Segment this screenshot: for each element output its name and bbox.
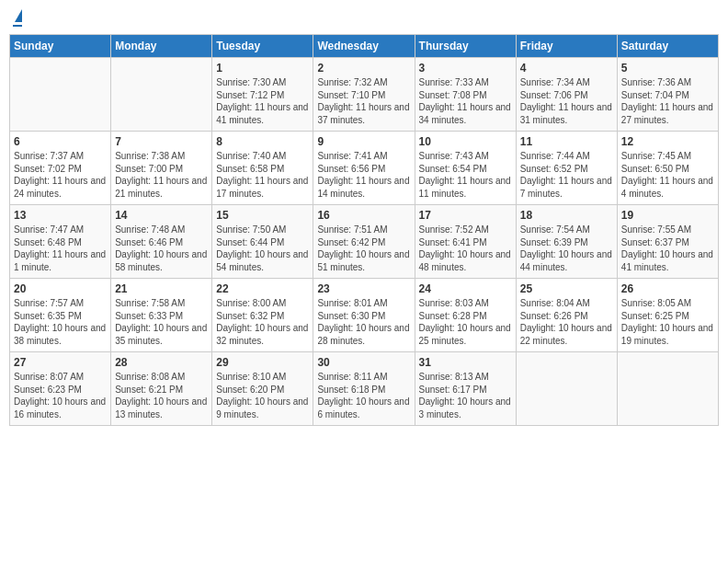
weekday-header: Monday [111,35,212,58]
calendar-cell: 24Sunrise: 8:03 AM Sunset: 6:28 PM Dayli… [415,279,516,352]
day-info: Sunrise: 7:58 AM Sunset: 6:33 PM Dayligh… [115,297,208,347]
calendar-cell: 29Sunrise: 8:10 AM Sunset: 6:20 PM Dayli… [212,352,313,426]
calendar-cell: 23Sunrise: 8:01 AM Sunset: 6:30 PM Dayli… [313,279,415,352]
day-info: Sunrise: 7:51 AM Sunset: 6:42 PM Dayligh… [317,224,410,273]
calendar-cell [617,352,718,426]
day-number: 14 [115,209,208,222]
day-info: Sunrise: 7:55 AM Sunset: 6:37 PM Dayligh… [621,224,714,273]
day-info: Sunrise: 7:47 AM Sunset: 6:48 PM Dayligh… [14,224,107,273]
calendar-cell: 21Sunrise: 7:58 AM Sunset: 6:33 PM Dayli… [111,279,212,352]
calendar-cell: 14Sunrise: 7:48 AM Sunset: 6:46 PM Dayli… [111,205,212,279]
day-number: 25 [520,282,613,295]
day-info: Sunrise: 7:37 AM Sunset: 7:02 PM Dayligh… [14,150,107,200]
day-info: Sunrise: 7:45 AM Sunset: 6:50 PM Dayligh… [621,150,714,200]
calendar-cell [111,58,212,132]
day-number: 17 [419,209,512,222]
day-info: Sunrise: 7:43 AM Sunset: 6:54 PM Dayligh… [419,150,512,200]
logo-triangle-icon [15,9,22,22]
calendar-week-row: 20Sunrise: 7:57 AM Sunset: 6:35 PM Dayli… [10,279,719,352]
day-number: 7 [115,135,208,148]
day-info: Sunrise: 7:30 AM Sunset: 7:12 PM Dayligh… [216,76,309,126]
day-number: 26 [621,282,714,295]
calendar-cell: 7Sunrise: 7:38 AM Sunset: 7:00 PM Daylig… [111,132,212,205]
day-info: Sunrise: 7:38 AM Sunset: 7:00 PM Dayligh… [115,150,208,200]
calendar-cell: 22Sunrise: 8:00 AM Sunset: 6:32 PM Dayli… [212,279,313,352]
day-info: Sunrise: 7:44 AM Sunset: 6:52 PM Dayligh… [520,150,613,200]
day-info: Sunrise: 8:00 AM Sunset: 6:32 PM Dayligh… [216,297,309,347]
day-info: Sunrise: 7:57 AM Sunset: 6:35 PM Dayligh… [14,297,107,347]
calendar-cell: 19Sunrise: 7:55 AM Sunset: 6:37 PM Dayli… [617,205,718,279]
day-number: 2 [317,62,410,75]
calendar-cell: 25Sunrise: 8:04 AM Sunset: 6:26 PM Dayli… [516,279,617,352]
day-number: 11 [520,135,613,148]
day-info: Sunrise: 8:10 AM Sunset: 6:20 PM Dayligh… [216,371,309,420]
day-info: Sunrise: 7:50 AM Sunset: 6:44 PM Dayligh… [216,224,309,273]
day-info: Sunrise: 7:34 AM Sunset: 7:06 PM Dayligh… [520,76,613,126]
calendar-cell: 16Sunrise: 7:51 AM Sunset: 6:42 PM Dayli… [313,205,415,279]
day-number: 3 [419,62,512,75]
weekday-header: Friday [516,35,617,58]
calendar-week-row: 1Sunrise: 7:30 AM Sunset: 7:12 PM Daylig… [10,58,719,132]
calendar-cell: 11Sunrise: 7:44 AM Sunset: 6:52 PM Dayli… [516,132,617,205]
day-info: Sunrise: 8:04 AM Sunset: 6:26 PM Dayligh… [520,297,613,347]
day-info: Sunrise: 7:52 AM Sunset: 6:41 PM Dayligh… [419,224,512,273]
day-number: 30 [317,356,410,369]
day-info: Sunrise: 8:13 AM Sunset: 6:17 PM Dayligh… [419,371,512,420]
day-number: 9 [317,135,410,148]
day-number: 19 [621,209,714,222]
day-number: 21 [115,282,208,295]
calendar-cell: 1Sunrise: 7:30 AM Sunset: 7:12 PM Daylig… [212,58,313,132]
day-number: 8 [216,135,309,148]
calendar-cell: 26Sunrise: 8:05 AM Sunset: 6:25 PM Dayli… [617,279,718,352]
day-number: 24 [419,282,512,295]
day-number: 18 [520,209,613,222]
day-info: Sunrise: 8:08 AM Sunset: 6:21 PM Dayligh… [115,371,208,420]
day-info: Sunrise: 8:11 AM Sunset: 6:18 PM Dayligh… [317,371,410,420]
calendar-cell: 18Sunrise: 7:54 AM Sunset: 6:39 PM Dayli… [516,205,617,279]
page-header [9,9,719,27]
calendar-cell: 10Sunrise: 7:43 AM Sunset: 6:54 PM Dayli… [415,132,516,205]
calendar-cell: 28Sunrise: 8:08 AM Sunset: 6:21 PM Dayli… [111,352,212,426]
day-number: 15 [216,209,309,222]
calendar-week-row: 13Sunrise: 7:47 AM Sunset: 6:48 PM Dayli… [10,205,719,279]
day-info: Sunrise: 8:07 AM Sunset: 6:23 PM Dayligh… [14,371,107,420]
logo [13,9,22,27]
calendar-cell: 31Sunrise: 8:13 AM Sunset: 6:17 PM Dayli… [415,352,516,426]
calendar-cell: 3Sunrise: 7:33 AM Sunset: 7:08 PM Daylig… [415,58,516,132]
day-info: Sunrise: 7:41 AM Sunset: 6:56 PM Dayligh… [317,150,410,200]
calendar-cell: 4Sunrise: 7:34 AM Sunset: 7:06 PM Daylig… [516,58,617,132]
day-info: Sunrise: 7:33 AM Sunset: 7:08 PM Dayligh… [419,76,512,126]
calendar-header-row: SundayMondayTuesdayWednesdayThursdayFrid… [10,35,719,58]
day-number: 31 [419,356,512,369]
day-number: 23 [317,282,410,295]
calendar-cell: 5Sunrise: 7:36 AM Sunset: 7:04 PM Daylig… [617,58,718,132]
day-info: Sunrise: 8:05 AM Sunset: 6:25 PM Dayligh… [621,297,714,347]
calendar-week-row: 6Sunrise: 7:37 AM Sunset: 7:02 PM Daylig… [10,132,719,205]
calendar-cell: 9Sunrise: 7:41 AM Sunset: 6:56 PM Daylig… [313,132,415,205]
weekday-header: Wednesday [313,35,415,58]
calendar-cell [516,352,617,426]
day-number: 5 [621,62,714,75]
weekday-header: Sunday [10,35,111,58]
calendar-cell: 13Sunrise: 7:47 AM Sunset: 6:48 PM Dayli… [10,205,111,279]
day-number: 10 [419,135,512,148]
day-number: 6 [14,135,107,148]
day-number: 12 [621,135,714,148]
day-info: Sunrise: 7:48 AM Sunset: 6:46 PM Dayligh… [115,224,208,273]
calendar-cell [10,58,111,132]
calendar-cell: 15Sunrise: 7:50 AM Sunset: 6:44 PM Dayli… [212,205,313,279]
day-number: 27 [14,356,107,369]
day-number: 29 [216,356,309,369]
day-number: 22 [216,282,309,295]
calendar-body: 1Sunrise: 7:30 AM Sunset: 7:12 PM Daylig… [10,58,719,426]
day-info: Sunrise: 7:54 AM Sunset: 6:39 PM Dayligh… [520,224,613,273]
day-number: 20 [14,282,107,295]
calendar-cell: 17Sunrise: 7:52 AM Sunset: 6:41 PM Dayli… [415,205,516,279]
day-info: Sunrise: 8:01 AM Sunset: 6:30 PM Dayligh… [317,297,410,347]
day-info: Sunrise: 7:36 AM Sunset: 7:04 PM Dayligh… [621,76,714,126]
calendar-week-row: 27Sunrise: 8:07 AM Sunset: 6:23 PM Dayli… [10,352,719,426]
logo-underline [13,25,22,27]
calendar-cell: 30Sunrise: 8:11 AM Sunset: 6:18 PM Dayli… [313,352,415,426]
day-number: 16 [317,209,410,222]
calendar-cell: 12Sunrise: 7:45 AM Sunset: 6:50 PM Dayli… [617,132,718,205]
